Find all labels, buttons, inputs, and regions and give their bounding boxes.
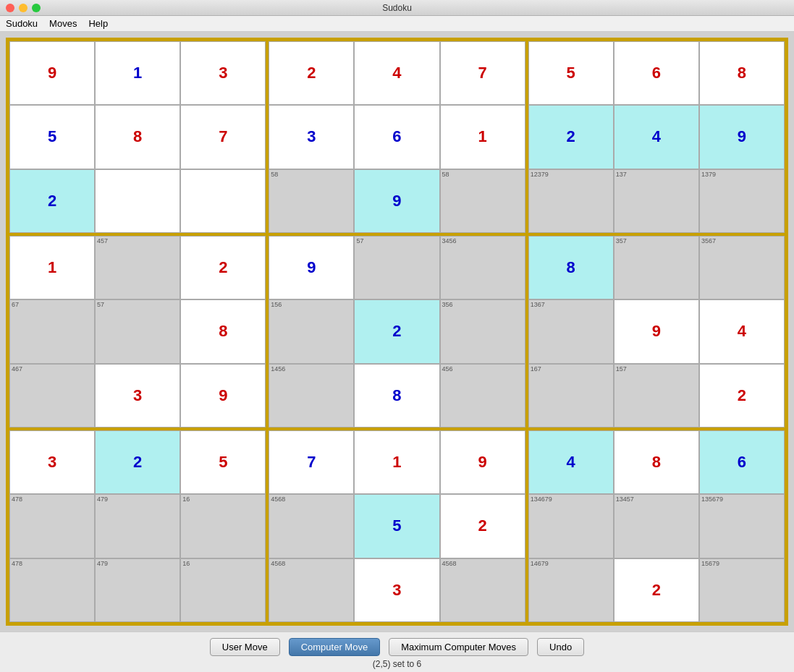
cell[interactable]: 4 <box>528 430 614 494</box>
cell[interactable]: 2 <box>180 236 266 299</box>
cell[interactable]: 7 <box>180 105 266 169</box>
close-button[interactable] <box>6 4 14 12</box>
cell[interactable]: 457 <box>95 236 180 299</box>
cell[interactable]: 8 <box>614 430 699 494</box>
cell[interactable]: 135679 <box>699 494 785 558</box>
cell[interactable]: 4568 <box>269 494 354 558</box>
cell-value: 3 <box>219 65 227 81</box>
cell[interactable]: 478 <box>9 494 95 558</box>
cell[interactable]: 1 <box>9 236 95 299</box>
cell[interactable]: 478 <box>9 558 95 622</box>
cell[interactable]: 7 <box>440 41 525 105</box>
cell[interactable]: 1 <box>354 430 439 494</box>
cell[interactable]: 3567 <box>699 236 785 299</box>
cell[interactable]: 6 <box>354 105 439 169</box>
cell[interactable]: 5 <box>180 430 266 494</box>
cell[interactable]: 3 <box>9 430 95 494</box>
cell[interactable]: 14679 <box>528 558 614 622</box>
cell[interactable]: 7 <box>269 430 354 494</box>
cell[interactable]: 9 <box>180 364 266 428</box>
cell-candidates: 457 <box>97 238 108 245</box>
cell[interactable]: 8 <box>354 364 439 428</box>
cell[interactable]: 15679 <box>699 558 785 622</box>
cell[interactable]: 4 <box>699 299 785 363</box>
cell[interactable]: 16 <box>180 558 266 622</box>
maximize-button[interactable] <box>32 4 41 12</box>
cell-candidates: 15679 <box>701 561 719 568</box>
cell[interactable]: 6 <box>614 41 699 105</box>
cell[interactable]: 479 <box>95 558 180 622</box>
cell[interactable]: 2 <box>528 105 614 169</box>
cell-value: 9 <box>307 260 316 276</box>
cell[interactable]: 2 <box>614 558 699 622</box>
computer-move-button[interactable]: Computer Move <box>289 638 380 656</box>
cell[interactable]: 58 <box>269 169 354 233</box>
cell[interactable]: 134679 <box>528 494 614 558</box>
cell[interactable]: 9 <box>440 430 525 494</box>
cell[interactable]: 357 <box>614 236 699 299</box>
cell[interactable]: 2 <box>9 169 95 233</box>
menu-help[interactable]: Help <box>88 18 108 29</box>
cell[interactable]: 1 <box>95 41 180 105</box>
cell[interactable]: 1367 <box>528 299 614 363</box>
cell[interactable]: 57 <box>354 236 439 299</box>
cell[interactable]: 3 <box>180 41 266 105</box>
cell-value: 6 <box>392 129 401 145</box>
cell[interactable]: 13457 <box>614 494 699 558</box>
menu-sudoku[interactable]: Sudoku <box>6 18 38 29</box>
cell[interactable]: 57 <box>95 299 180 363</box>
cell[interactable]: 3 <box>269 105 354 169</box>
cell[interactable]: 9 <box>699 105 785 169</box>
cell[interactable] <box>180 169 266 233</box>
cell[interactable]: 9 <box>9 41 95 105</box>
cell[interactable]: 2 <box>699 364 785 428</box>
cell[interactable]: 1 <box>440 105 525 169</box>
cell[interactable]: 2 <box>354 299 439 363</box>
cell-candidates: 4568 <box>442 561 457 568</box>
cell[interactable] <box>95 169 180 233</box>
cell[interactable]: 167 <box>528 364 614 428</box>
cell[interactable]: 4 <box>354 41 439 105</box>
cell[interactable]: 1456 <box>269 364 354 428</box>
cell[interactable]: 456 <box>440 364 525 428</box>
cell-value: 2 <box>133 454 142 470</box>
cell[interactable]: 67 <box>9 299 95 363</box>
cell[interactable]: 4568 <box>440 558 525 622</box>
cell[interactable]: 8 <box>699 41 785 105</box>
cell[interactable]: 16 <box>180 494 266 558</box>
minimize-button[interactable] <box>19 4 28 12</box>
cell[interactable]: 157 <box>614 364 699 428</box>
cell[interactable]: 4 <box>614 105 699 169</box>
cell[interactable]: 8 <box>95 105 180 169</box>
cell[interactable]: 479 <box>95 494 180 558</box>
cell[interactable]: 6 <box>699 430 785 494</box>
cell[interactable]: 5 <box>528 41 614 105</box>
menu-moves[interactable]: Moves <box>49 18 77 29</box>
cell[interactable]: 3456 <box>440 236 525 299</box>
cell[interactable]: 3 <box>95 364 180 428</box>
cell[interactable]: 3 <box>354 558 439 622</box>
user-move-button[interactable]: User Move <box>210 638 280 656</box>
cell[interactable]: 467 <box>9 364 95 428</box>
cell[interactable]: 8 <box>528 236 614 299</box>
cell[interactable]: 8 <box>180 299 266 363</box>
cell[interactable]: 2 <box>440 494 525 558</box>
cell[interactable]: 58 <box>440 169 525 233</box>
cell[interactable]: 2 <box>269 41 354 105</box>
cell[interactable]: 156 <box>269 299 354 363</box>
cell[interactable]: 4568 <box>269 558 354 622</box>
cell[interactable]: 137 <box>614 169 699 233</box>
cell[interactable]: 9 <box>354 169 439 233</box>
undo-button[interactable]: Undo <box>537 638 584 656</box>
cell[interactable]: 1379 <box>699 169 785 233</box>
max-computer-moves-button[interactable]: Maximum Computer Moves <box>389 638 528 656</box>
cell[interactable]: 5 <box>354 494 439 558</box>
cell[interactable]: 356 <box>440 299 525 363</box>
cell[interactable]: 2 <box>95 430 180 494</box>
cell[interactable]: 9 <box>614 299 699 363</box>
cell[interactable]: 5 <box>9 105 95 169</box>
cell[interactable]: 9 <box>269 236 354 299</box>
cell-candidates: 16 <box>182 496 190 503</box>
cell[interactable]: 12379 <box>528 169 614 233</box>
menu-bar: Sudoku Moves Help <box>0 16 794 32</box>
